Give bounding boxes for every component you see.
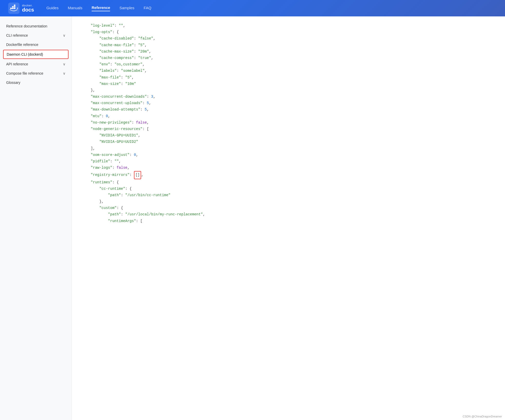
code-block: "log-level": "", "log-opts": { "cache-di… [82, 23, 495, 224]
sidebar-item-compose-file-reference[interactable]: Compose file reference ∨ [0, 69, 72, 78]
code-line: }, [82, 198, 495, 205]
sidebar-item-glossary[interactable]: Glossary [0, 78, 72, 87]
code-line: "max-file": "5", [82, 74, 495, 81]
code-line: "node-generic-resources": [ [82, 126, 495, 132]
sidebar-item-label: API reference [6, 62, 28, 66]
code-line: "registry-mirrors": [], [82, 171, 495, 179]
code-line: "path": "/usr/bin/cc-runtime" [82, 192, 495, 198]
svg-point-7 [17, 8, 18, 9]
svg-rect-2 [12, 8, 14, 9]
code-line: }, [82, 87, 495, 94]
sidebar-item-label: Compose file reference [6, 71, 43, 75]
watermark: CSDN @ChinaDragonDreamer [463, 415, 502, 418]
code-line: "log-opts": { [82, 29, 495, 35]
sidebar-item-label: CLI reference [6, 33, 28, 37]
chevron-down-icon: ∨ [63, 71, 65, 75]
sidebar: Reference documentation CLI reference ∨ … [0, 16, 72, 420]
main-content: "log-level": "", "log-opts": { "cache-di… [72, 16, 505, 420]
sidebar-item-reference-documentation[interactable]: Reference documentation [0, 22, 72, 31]
svg-rect-3 [14, 8, 15, 9]
code-line: ], [82, 145, 495, 152]
code-line: "max-concurrent-downloads": 3, [82, 94, 495, 100]
code-line: "labels": "somelabel", [82, 68, 495, 74]
sidebar-item-label: Glossary [6, 81, 20, 85]
sidebar-item-label: Daemon CLI (dockerd) [7, 52, 43, 56]
main-nav: Guides Manuals Reference Samples FAQ [46, 5, 151, 11]
chevron-down-icon: ∨ [63, 62, 65, 66]
sidebar-item-label: Reference documentation [6, 24, 47, 28]
svg-rect-4 [12, 6, 14, 7]
code-line: "env": "os,customer", [82, 61, 495, 68]
logo-text: docker. docs [22, 4, 34, 13]
sidebar-item-daemon-cli[interactable]: Daemon CLI (dockerd) [3, 50, 69, 59]
code-line: "pidfile": "", [82, 158, 495, 165]
nav-faq[interactable]: FAQ [144, 6, 151, 11]
code-line: "max-download-attempts": 5, [82, 106, 495, 113]
code-line: "runtimeArgs": [ [82, 218, 495, 224]
nav-samples[interactable]: Samples [119, 6, 134, 11]
code-line: "custom": { [82, 205, 495, 211]
code-line: "cache-compress": "true", [82, 55, 495, 61]
nav-reference[interactable]: Reference [92, 5, 110, 11]
chevron-down-icon: ∨ [63, 33, 65, 37]
sidebar-item-dockerfile-reference[interactable]: Dockerfile reference [0, 40, 72, 49]
code-line: "cache-max-file": "5", [82, 42, 495, 48]
code-line: "raw-logs": false, [82, 165, 495, 171]
sidebar-item-cli-reference[interactable]: CLI reference ∨ [0, 31, 72, 40]
main-layout: Reference documentation CLI reference ∨ … [0, 16, 505, 420]
code-line: "log-level": "", [82, 23, 495, 29]
svg-rect-5 [14, 6, 15, 7]
sidebar-item-api-reference[interactable]: API reference ∨ [0, 59, 72, 69]
code-line: "cache-max-size": "20m", [82, 48, 495, 55]
logo: docker. docs [8, 3, 34, 14]
code-line: "NVIDIA-GPU=UUID1", [82, 132, 495, 139]
code-line: "oom-score-adjust": 0, [82, 152, 495, 158]
code-line: "NVIDIA-GPU=UUID2" [82, 139, 495, 145]
svg-rect-6 [14, 5, 15, 6]
nav-manuals[interactable]: Manuals [68, 6, 82, 11]
nav-guides[interactable]: Guides [46, 6, 59, 11]
code-line: "runtimes": { [82, 179, 495, 186]
code-line: "max-concurrent-uploads": 5, [82, 100, 495, 106]
header: docker. docs Guides Manuals Reference Sa… [0, 0, 505, 16]
docker-logo-icon [8, 3, 20, 14]
code-line: "mtu": 0, [82, 113, 495, 119]
sidebar-item-label: Dockerfile reference [6, 43, 38, 47]
code-line: "no-new-privileges": false, [82, 119, 495, 126]
code-line: "max-size": "10m" [82, 81, 495, 87]
code-line: "cache-disabled": "false", [82, 35, 495, 42]
code-line: "cc-runtime": { [82, 186, 495, 192]
code-line: "path": "/usr/local/bin/my-runc-replacem… [82, 211, 495, 218]
svg-rect-1 [10, 8, 12, 9]
